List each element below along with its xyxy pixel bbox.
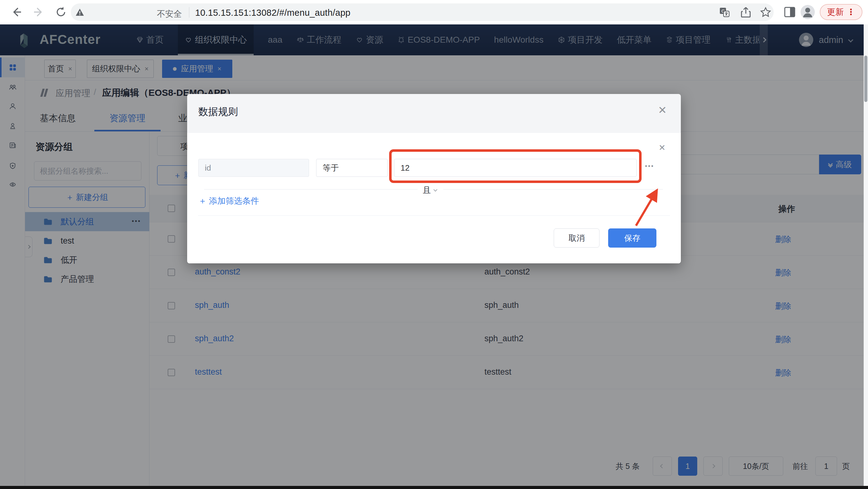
divider bbox=[443, 189, 663, 190]
cancel-button[interactable]: 取消 bbox=[554, 228, 599, 248]
security-label: 不安全 bbox=[157, 8, 182, 20]
update-label: 更新 bbox=[827, 6, 844, 18]
not-secure-icon bbox=[75, 8, 85, 17]
browser-profile-avatar[interactable] bbox=[801, 5, 815, 19]
scrollbar[interactable] bbox=[864, 25, 868, 486]
screen: 不安全 10.15.15.151:13082/#/menu_auth/app G… bbox=[0, 0, 868, 489]
condition-value-input[interactable] bbox=[394, 159, 637, 177]
reload-icon[interactable] bbox=[55, 6, 67, 19]
condition-operator-select[interactable] bbox=[316, 159, 388, 177]
bookmark-star-icon[interactable] bbox=[760, 7, 771, 18]
dialog-close-icon[interactable]: ✕ bbox=[658, 104, 667, 116]
screen-bottom-bar bbox=[0, 486, 868, 489]
more-options-icon[interactable]: ••• bbox=[645, 163, 654, 170]
forward-icon[interactable] bbox=[32, 6, 45, 19]
browser-update-button[interactable]: 更新 ⋮ bbox=[820, 4, 862, 20]
divider bbox=[204, 189, 417, 190]
data-rules-dialog: 数据规则 ✕ ✕ ••• 且 ＋ 添加筛选条件 取消 保存 bbox=[187, 94, 681, 263]
condition-field-input[interactable] bbox=[198, 159, 309, 177]
browser-menu-icon[interactable]: ⋮ bbox=[847, 7, 855, 17]
divider bbox=[198, 216, 670, 216]
side-panel-icon[interactable] bbox=[783, 6, 796, 19]
url-text[interactable]: 10.15.15.151:13082/#/menu_auth/app bbox=[195, 8, 350, 18]
url-bar[interactable]: 不安全 10.15.15.151:13082/#/menu_auth/app G bbox=[71, 3, 774, 21]
scrollbar-thumb[interactable] bbox=[864, 56, 867, 102]
translate-icon[interactable]: G bbox=[719, 7, 730, 18]
back-icon[interactable] bbox=[10, 6, 23, 19]
dialog-title: 数据规则 bbox=[198, 105, 238, 119]
share-icon[interactable] bbox=[740, 6, 751, 18]
chevron-down-icon bbox=[433, 188, 437, 192]
connector-dropdown[interactable]: 且 bbox=[423, 185, 437, 196]
save-button[interactable]: 保存 bbox=[608, 228, 656, 248]
browser-toolbar: 不安全 10.15.15.151:13082/#/menu_auth/app G… bbox=[0, 0, 868, 25]
divider bbox=[189, 7, 189, 18]
add-condition-link[interactable]: ＋ 添加筛选条件 bbox=[198, 195, 259, 206]
remove-condition-icon[interactable]: ✕ bbox=[658, 143, 666, 153]
dialog-body: ✕ ••• 且 ＋ 添加筛选条件 取消 保存 bbox=[187, 133, 681, 263]
